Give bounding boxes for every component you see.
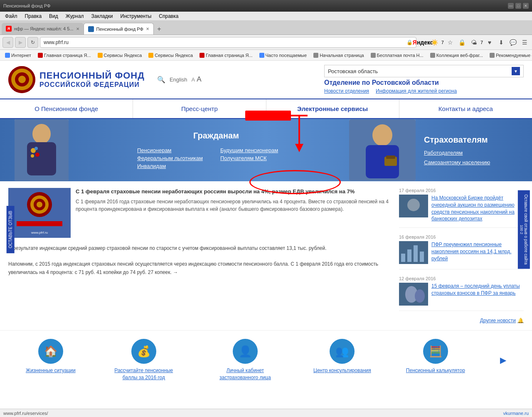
region-news-link[interactable]: Новости отделения xyxy=(324,88,369,94)
menu-view[interactable]: Вид xyxy=(46,12,62,20)
calculate-label[interactable]: Рассчитайте пенсионные баллы за 2016 год xyxy=(111,367,177,381)
svg-point-10 xyxy=(34,147,38,150)
bottom-icon-cabinet[interactable]: 👤 Личный кабинет застрахованного лица xyxy=(212,339,278,381)
yandex-logo-nav: Яндекс xyxy=(418,37,428,47)
menu-help[interactable]: Справка xyxy=(155,12,182,20)
bookmark-collection[interactable]: Коллекция веб-фраг... xyxy=(428,52,485,59)
main-content: www.pfrf.ru С 1 февраля страховые пенсии… xyxy=(0,181,532,330)
hero-link-future-pensioners[interactable]: Будущим пенсионерам xyxy=(220,147,295,153)
back-button[interactable]: ◀ xyxy=(2,37,13,48)
url-bar[interactable]: www.pfrf.ru 🔒 xyxy=(40,37,416,48)
bottom-icon-calculator[interactable]: 🧮 Пенсионный калькулятор xyxy=(406,339,465,381)
window-controls[interactable]: — □ ✕ xyxy=(508,3,529,9)
bottom-icon-calculate[interactable]: 💰 Рассчитайте пенсионные баллы за 2016 г… xyxy=(111,339,177,381)
feedback-tab-right[interactable]: Оставьте свой отзыв о работе сайта 100 2 xyxy=(518,190,530,269)
new-tab-button[interactable]: + xyxy=(154,24,165,35)
region-info-link[interactable]: Информация для жителей региона xyxy=(376,88,457,94)
bookmark-home[interactable]: Начальная страница xyxy=(311,52,366,59)
nav-about[interactable]: О Пенсионном фонде xyxy=(0,99,133,118)
nav-eservices[interactable]: Электронные сервисы xyxy=(266,99,399,118)
ssl-icon: 🔒 xyxy=(406,39,413,45)
tab-pfr-close[interactable]: ✕ xyxy=(146,27,149,31)
life-situations-icon: 🏠 xyxy=(38,339,63,364)
chat-icon[interactable]: 💬 xyxy=(508,37,518,47)
menu-bookmarks[interactable]: Закладки xyxy=(88,12,116,20)
bottom-icon-life[interactable]: 🏠 Жизненные ситуации xyxy=(26,339,76,381)
cabinet-label[interactable]: Личный кабинет застрахованного лица xyxy=(212,367,278,381)
close-button[interactable]: ✕ xyxy=(523,3,529,9)
news-link-1[interactable]: На Московской Бирже пройдёт очередной ау… xyxy=(431,195,524,222)
hero-right-person xyxy=(349,119,416,181)
nav-contacts[interactable]: Контакты и адреса xyxy=(399,99,532,118)
star-icon[interactable]: ☆ xyxy=(446,37,456,47)
region-selector[interactable]: Ростовская область ▼ xyxy=(324,65,524,77)
bookmarks-bar: Интернет Главная страница Я... Сервисы Я… xyxy=(0,50,532,61)
font-large-button[interactable]: A xyxy=(197,75,201,84)
pocket-icon[interactable]: ♥ xyxy=(485,37,495,47)
menu-file[interactable]: Файл xyxy=(2,12,21,20)
hero-link-selfemployed[interactable]: Самозанятому населению xyxy=(424,159,524,165)
main-news-title: С 1 февраля страховые пенсии неработающи… xyxy=(76,188,391,195)
forward-button[interactable]: ▶ xyxy=(15,37,26,48)
news-link-2[interactable]: ПФР преумножил пенсионные накопления рос… xyxy=(431,241,524,264)
cabinet-icon: 👤 xyxy=(233,339,258,364)
search-icon[interactable]: 🔍 xyxy=(157,76,165,84)
nav-press[interactable]: Пресс-центр xyxy=(133,99,266,118)
pfr-favicon xyxy=(88,26,94,32)
bookmark-yandex-2[interactable]: Главная страница Я... xyxy=(197,52,255,59)
bookmark-yandex2-label: Главная страница Я... xyxy=(206,53,253,58)
menu-journal[interactable]: Журнал xyxy=(62,12,87,20)
bookmark-yandex-1[interactable]: Главная страница Я... xyxy=(35,52,94,59)
bookmark-internet[interactable]: Интернет xyxy=(2,52,34,59)
menu-edit[interactable]: Правка xyxy=(22,12,45,20)
bookmark-mail[interactable]: Бесплатная почта Н... xyxy=(368,52,426,59)
bookmark-frequent-icon xyxy=(259,53,264,58)
svg-rect-15 xyxy=(386,155,395,159)
hero-link-disabled[interactable]: Инвалидам xyxy=(137,163,212,169)
news-date-2: 16 февраля 2016 xyxy=(399,234,524,239)
tab-yandex-close[interactable]: ✕ xyxy=(76,27,79,31)
bottom-icon-consult[interactable]: 👥 Центр консультирования xyxy=(313,339,371,381)
bookmark-frequent[interactable]: Часто посещаемые xyxy=(257,52,310,59)
svg-point-5 xyxy=(32,124,51,144)
hero-link-pensioners[interactable]: Пенсионерам xyxy=(137,147,212,153)
logo-title-line2: РОССИЙСКОЙ ФЕДЕРАЦИИ xyxy=(39,81,145,89)
feedback-tab-left[interactable]: ОСТАВЬТЕ ОТЗЫВ xyxy=(7,206,15,253)
search-lang-section: 🔍 English A A xyxy=(153,75,202,84)
news-right-thumb-1: 17 февраля 2016 На Московской Бирже прой… xyxy=(399,188,524,222)
life-situations-label[interactable]: Жизненные ситуации xyxy=(26,367,76,374)
news-right: 17 февраля 2016 На Московской Бирже прой… xyxy=(399,188,524,323)
bookmark-services-2[interactable]: Сервисы Яндекса xyxy=(146,52,195,59)
bookmark-yandex2-icon xyxy=(200,53,204,58)
language-button[interactable]: English xyxy=(170,76,187,83)
news-right-thumb-3: 12 февраля 2016 15 февраля – последний д… xyxy=(399,276,524,306)
consult-label[interactable]: Центр консультирования xyxy=(313,367,371,374)
news-thumb-2 xyxy=(399,241,428,264)
news-link-3[interactable]: 15 февраля – последний день уплаты страх… xyxy=(431,283,524,306)
hero-link-federal[interactable]: Федеральным льготникам xyxy=(137,155,212,161)
bookmark-recommended-icon xyxy=(490,53,495,58)
region-dropdown-arrow[interactable]: ▼ xyxy=(512,67,520,75)
bookmark-services-1[interactable]: Сервисы Яндекса xyxy=(95,52,145,59)
scroll-right-button[interactable]: ▶ xyxy=(500,339,506,381)
tab-yandex[interactable]: Я нфр — Яндекс нашёл: 4 5... ✕ xyxy=(2,23,84,35)
font-small-button[interactable]: A xyxy=(192,76,195,83)
calculator-label[interactable]: Пенсионный калькулятор xyxy=(406,367,465,374)
sun-icon: 🌤 xyxy=(469,37,479,47)
menu-icon[interactable]: ☰ xyxy=(520,37,530,47)
download-icon[interactable]: ⬇ xyxy=(496,37,506,47)
tab-pfr[interactable]: Пенсионный фонд РФ ✕ xyxy=(84,23,154,35)
maximize-button[interactable]: □ xyxy=(515,3,521,9)
site-header: ПЕНСИОННЫЙ ФОНД РОССИЙСКОЙ ФЕДЕРАЦИИ 🔍 E… xyxy=(0,61,532,99)
minimize-button[interactable]: — xyxy=(508,3,514,9)
hero-link-msk[interactable]: Получателям МСК xyxy=(220,155,295,161)
site-content: ПЕНСИОННЫЙ ФОНД РОССИЙСКОЙ ФЕДЕРАЦИИ 🔍 E… xyxy=(0,61,532,393)
bookmark-internet-icon xyxy=(5,53,10,58)
reload-button[interactable]: ↻ xyxy=(27,37,38,48)
bookmark-recommended[interactable]: Рекомендуемые сайты xyxy=(487,52,532,59)
feedback-left-label: ОСТАВЬТЕ ОТЗЫВ xyxy=(8,211,13,248)
hero-link-employers[interactable]: Работодателям xyxy=(424,150,524,156)
more-news-link[interactable]: Другие новости 🔔 xyxy=(399,318,524,323)
font-size-controls: A A xyxy=(192,75,202,84)
menu-tools[interactable]: Инструменты xyxy=(117,12,155,20)
